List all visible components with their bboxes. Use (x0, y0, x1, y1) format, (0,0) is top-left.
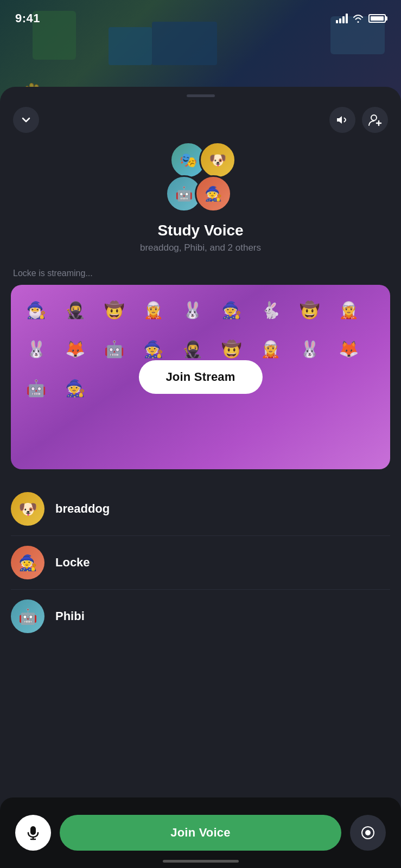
char-pattern-icon: 🧝 (252, 330, 289, 367)
member-name-phibi: Phibi (55, 609, 85, 623)
svg-rect-4 (30, 826, 36, 835)
bottom-bar: Join Voice (0, 797, 401, 868)
avatar-cluster: 🎭 🐶 🤖 🧙 (0, 142, 401, 212)
char-pattern-icon: 🧝 (330, 291, 367, 328)
char-pattern-icon: 🦊 (330, 330, 367, 367)
stream-label: Locke is streaming... (13, 269, 388, 278)
member-list: 🐶 breaddog 🧙 Locke 🤖 Phibi (0, 482, 401, 643)
avatar-grid: 🎭 🐶 🤖 🧙 (166, 142, 236, 212)
member-avatar-locke: 🧙 (11, 546, 44, 579)
char-pattern-icon: 🐰 (174, 291, 211, 328)
join-stream-button[interactable]: Join Stream (138, 360, 262, 394)
add-user-icon (368, 113, 382, 126)
status-icons (336, 14, 386, 23)
member-item: 🤖 Phibi (11, 590, 390, 643)
char-pattern-icon: 🤖 (96, 330, 132, 367)
char-pattern-icon: 🧙‍♂️ (17, 291, 54, 328)
sheet-header (0, 97, 401, 133)
channel-name: Study Voice (0, 222, 401, 239)
home-indicator (163, 860, 239, 863)
speaker-button[interactable] (329, 107, 355, 133)
svg-marker-0 (337, 116, 342, 124)
bg-box (109, 27, 152, 65)
bottom-sheet: 🎭 🐶 🤖 🧙 Study Voice breaddog, Phibi, and… (0, 87, 401, 868)
status-bar: 9:41 (0, 0, 401, 30)
char-pattern-icon: 🧝 (135, 291, 171, 328)
svg-point-8 (365, 830, 371, 835)
mic-button[interactable] (15, 815, 51, 851)
char-pattern-icon: 🤠 (96, 291, 132, 328)
member-item: 🧙 Locke (11, 536, 390, 590)
signal-bars-icon (336, 14, 348, 23)
char-pattern-icon: 🐇 (252, 291, 289, 328)
chat-button[interactable] (350, 815, 386, 851)
speaker-icon (336, 113, 349, 126)
char-pattern-icon: 🦊 (56, 330, 93, 367)
wifi-icon (352, 14, 364, 23)
char-pattern-icon: 🧙 (213, 291, 250, 328)
join-voice-button[interactable]: Join Voice (60, 815, 341, 851)
member-item: 🐶 breaddog (11, 482, 390, 536)
collapse-button[interactable] (13, 107, 39, 133)
status-time: 9:41 (15, 11, 40, 25)
char-pattern-icon: 🤠 (291, 291, 328, 328)
char-pattern-icon: 🐰 (17, 330, 54, 367)
channel-members: breaddog, Phibi, and 2 others (0, 242, 401, 253)
header-right-controls (329, 107, 388, 133)
char-pattern-icon: 🤖 (17, 369, 54, 406)
stream-preview[interactable]: 🧙‍♂️ 🥷 🤠 🧝 🐰 🧙 🐇 🤠 🧝 🐰 🦊 🤖 🧙 🥷 🤠 🧝 🐰 🦊 🤖… (11, 285, 390, 469)
member-name-locke: Locke (55, 556, 90, 570)
char-pattern-icon: 🐰 (291, 330, 328, 367)
chat-icon (360, 825, 375, 840)
char-pattern-icon: 🧙 (56, 369, 93, 406)
member-name-breaddog: breaddog (55, 502, 110, 516)
avatar-2: 🐶 (199, 142, 236, 178)
chevron-down-icon (21, 114, 31, 125)
add-user-button[interactable] (362, 107, 388, 133)
svg-point-1 (371, 115, 377, 120)
mic-icon (26, 825, 41, 840)
member-avatar-breaddog: 🐶 (11, 492, 44, 526)
member-avatar-phibi: 🤖 (11, 599, 44, 633)
char-pattern-icon: 🥷 (56, 291, 93, 328)
battery-icon (368, 14, 386, 23)
avatar-4: 🧙 (195, 175, 232, 212)
